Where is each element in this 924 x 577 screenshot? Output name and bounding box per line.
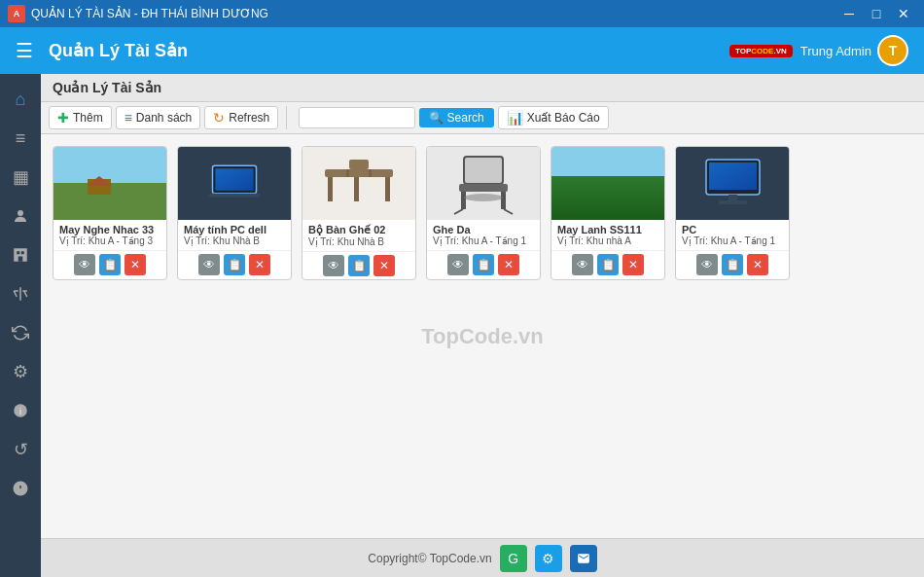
- svg-rect-17: [385, 177, 390, 201]
- delete-button[interactable]: ✕: [747, 254, 768, 275]
- svg-rect-25: [501, 192, 506, 209]
- title-bar: A QUẢN LÝ TÀI SẢN - ĐH THÁI BÌNH DƯƠNG ─…: [0, 0, 924, 27]
- danhsach-button[interactable]: ≡ Danh sách: [116, 106, 201, 129]
- asset-card[interactable]: Ghe Da Vị Trí: Khu A - Tầng 1 👁 📋 ✕: [426, 146, 541, 280]
- view-button[interactable]: 👁: [696, 254, 718, 275]
- asset-card[interactable]: Bộ Bàn Ghế 02 Vị Trí: Khu Nhà B 👁 📋 ✕: [302, 146, 416, 280]
- asset-info: Bộ Bàn Ghế 02 Vị Trí: Khu Nhà B: [302, 220, 415, 251]
- svg-rect-20: [369, 169, 372, 177]
- asset-image: [178, 147, 291, 220]
- asset-actions: 👁 📋 ✕: [53, 250, 166, 278]
- asset-name: PC: [682, 224, 783, 235]
- sidebar-item-settings[interactable]: ⚙: [3, 354, 38, 389]
- svg-rect-12: [216, 168, 254, 191]
- sidebar: ⌂ ≡ ▦ ⚙ i ↺: [0, 74, 41, 577]
- content-grid: May Nghe Nhac 33 Vị Trí: Khu A - Tầng 3 …: [41, 134, 924, 538]
- page-header: Quản Lý Tài Sản: [41, 74, 924, 102]
- svg-point-28: [464, 194, 503, 201]
- asset-card[interactable]: May Lanh SS111 Vị Trí: Khu nhà A 👁 📋 ✕: [551, 146, 665, 280]
- delete-button[interactable]: ✕: [373, 255, 395, 276]
- sidebar-item-users[interactable]: [3, 198, 38, 234]
- svg-rect-14: [325, 169, 393, 177]
- asset-name: Máy tính PC dell: [184, 224, 285, 235]
- asset-card[interactable]: May Nghe Nhac 33 Vị Trí: Khu A - Tầng 3 …: [53, 146, 167, 280]
- search-input[interactable]: [299, 107, 415, 128]
- sidebar-item-building[interactable]: [3, 237, 38, 272]
- edit-button[interactable]: 📋: [99, 254, 121, 275]
- top-nav: ☰ Quản Lý Tài Sản TOPCODE.VN Trung Admin…: [0, 27, 924, 74]
- footer-blue-icon[interactable]: [570, 545, 597, 572]
- view-button[interactable]: 👁: [74, 254, 95, 275]
- search-button[interactable]: 🔍 Search: [419, 108, 493, 127]
- them-button[interactable]: ✚ Thêm: [49, 106, 112, 129]
- asset-image: [302, 147, 415, 220]
- refresh-button[interactable]: ↻ Refresh: [204, 106, 278, 129]
- footer-g-icon[interactable]: G: [500, 545, 527, 572]
- sidebar-item-refresh[interactable]: [3, 315, 38, 350]
- asset-card[interactable]: PC Vị Trí: Khu A - Tầng 1 👁 📋 ✕: [675, 146, 790, 280]
- close-button[interactable]: ✕: [891, 3, 916, 24]
- edit-button[interactable]: 📋: [473, 254, 494, 275]
- asset-card[interactable]: Máy tính PC dell Vị Trí: Khu Nhà B 👁 📋 ✕: [177, 146, 292, 280]
- footer: Copyright© TopCode.vn G ⚙: [41, 538, 924, 577]
- asset-actions: 👁 📋 ✕: [302, 251, 415, 279]
- asset-image: [676, 147, 789, 220]
- copyright-text: Copyright© TopCode.vn: [368, 552, 491, 565]
- page-title: Quản Lý Tài Sản: [53, 80, 161, 95]
- them-label: Thêm: [73, 111, 103, 125]
- svg-line-27: [504, 209, 513, 214]
- asset-name: Bộ Bàn Ghế 02: [308, 224, 409, 236]
- view-button[interactable]: 👁: [198, 254, 220, 275]
- svg-line-26: [454, 209, 463, 214]
- sidebar-item-badge[interactable]: i: [3, 393, 38, 428]
- svg-rect-4: [18, 257, 23, 262]
- edit-button[interactable]: 📋: [224, 254, 245, 275]
- content-area: Quản Lý Tài Sản ✚ Thêm ≡ Danh sách ↻ Ref…: [41, 74, 924, 577]
- svg-rect-21: [464, 157, 503, 184]
- minimize-button[interactable]: ─: [836, 3, 862, 24]
- sidebar-item-sync[interactable]: ↺: [3, 432, 38, 467]
- svg-text:i: i: [19, 407, 21, 416]
- delete-button[interactable]: ✕: [249, 254, 270, 275]
- asset-actions: 👁 📋 ✕: [427, 250, 540, 278]
- topcode-logo: TOPCODE.VN: [735, 47, 787, 55]
- asset-name: Ghe Da: [433, 224, 534, 235]
- edit-button[interactable]: 📋: [722, 254, 743, 275]
- asset-info: May Nghe Nhac 33 Vị Trí: Khu A - Tầng 3: [53, 220, 166, 250]
- user-avatar: T: [877, 35, 908, 66]
- svg-rect-16: [354, 177, 359, 201]
- edit-button[interactable]: 📋: [348, 255, 370, 276]
- username: Trung Admin: [800, 44, 871, 58]
- asset-name: May Nghe Nhac 33: [59, 224, 160, 235]
- view-button[interactable]: 👁: [572, 254, 593, 275]
- sidebar-item-scale[interactable]: [3, 276, 38, 311]
- refresh-label: Refresh: [229, 111, 269, 125]
- asset-image: [427, 147, 540, 220]
- delete-button[interactable]: ✕: [498, 254, 519, 275]
- asset-info: May Lanh SS111 Vị Trí: Khu nhà A: [551, 220, 664, 250]
- sidebar-item-home[interactable]: ⌂: [3, 82, 38, 117]
- svg-rect-18: [349, 160, 369, 169]
- export-label: Xuất Báo Cáo: [527, 111, 600, 125]
- watermark: TopCode.vn: [421, 324, 543, 349]
- delete-button[interactable]: ✕: [622, 254, 644, 275]
- footer-gear-icon[interactable]: ⚙: [535, 545, 562, 572]
- sidebar-item-list[interactable]: ≡: [3, 121, 38, 156]
- sidebar-item-info[interactable]: [3, 471, 38, 506]
- asset-name: May Lanh SS111: [557, 224, 658, 235]
- view-button[interactable]: 👁: [447, 254, 469, 275]
- app-logo: A: [8, 5, 25, 22]
- view-button[interactable]: 👁: [323, 255, 344, 276]
- edit-button[interactable]: 📋: [597, 254, 619, 275]
- window-title: QUẢN LÝ TÀI SẢN - ĐH THÁI BÌNH DƯƠNG: [31, 7, 268, 20]
- plus-icon: ✚: [57, 110, 69, 126]
- sidebar-item-grid[interactable]: ▦: [3, 160, 38, 195]
- asset-location: Vị Trí: Khu Nhà B: [184, 235, 285, 246]
- delete-button[interactable]: ✕: [124, 254, 146, 275]
- hamburger-menu-button[interactable]: ☰: [16, 39, 33, 62]
- svg-point-0: [18, 210, 23, 216]
- asset-actions: 👁 📋 ✕: [676, 250, 789, 278]
- maximize-button[interactable]: □: [864, 3, 889, 24]
- svg-rect-15: [328, 177, 333, 201]
- export-button[interactable]: 📊 Xuất Báo Cáo: [498, 106, 609, 129]
